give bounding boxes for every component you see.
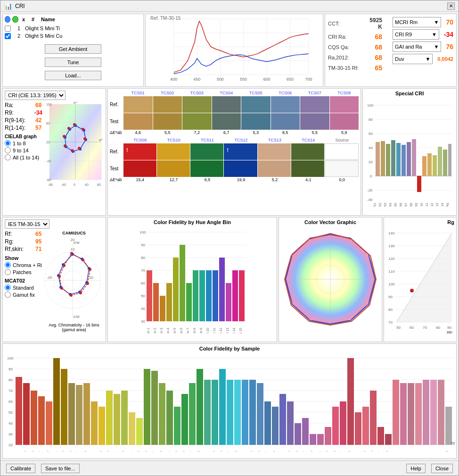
radio-9to14-input[interactable] [5, 147, 11, 153]
svg-text:R10: R10 [420, 203, 423, 207]
save-to-file-button[interactable]: Save to file... [41, 464, 80, 473]
svg-text:60: 60 [141, 281, 145, 285]
radio-gamut-input[interactable] [5, 292, 11, 298]
svg-text:CES21: CES21 [91, 451, 95, 451]
svg-rect-242 [76, 385, 82, 445]
spectrum-title: Ref. TM-30-15 [150, 16, 180, 21]
svg-rect-258 [197, 369, 203, 445]
instrument-1-checkbox[interactable] [5, 25, 11, 32]
ref-swatches-row1 [123, 96, 359, 113]
cielab-graph-label: CIELAB graph [5, 134, 42, 139]
svg-text:0: 0 [370, 174, 372, 178]
close-window-button[interactable]: ✕ [447, 2, 455, 10]
duv-dropdown[interactable]: Duv ▼ [393, 54, 433, 64]
instrument-2-checkbox[interactable] [5, 33, 11, 39]
help-button[interactable]: Help [406, 464, 426, 473]
svg-text:650: 650 [287, 77, 294, 82]
svg-rect-238 [46, 401, 52, 445]
ra2012-value: 68 [366, 54, 382, 61]
cri-r9-dropdown[interactable]: CRI R9 ▼ [393, 29, 439, 40]
test-swatch-tcs09 [123, 160, 156, 177]
radio-1to8-input[interactable] [5, 140, 11, 146]
svg-text:CES15: CES15 [69, 451, 72, 451]
svg-text:-80: -80 [48, 183, 53, 186]
instrument-1-num: 1 [14, 25, 24, 31]
svg-rect-87 [438, 147, 442, 176]
tm30-dropdown[interactable]: IES TM-30-15 [5, 219, 49, 229]
footer: Calibrate Save to file... Help Close [0, 460, 459, 476]
svg-point-131 [79, 292, 82, 294]
r9-14-row: R(9-14): 42 [5, 117, 42, 124]
svg-text:CES67: CES67 [265, 451, 268, 451]
radio-chroma-input[interactable] [5, 262, 11, 268]
svg-rect-246 [106, 391, 113, 445]
delta-tcs14: 4,1 [292, 177, 325, 182]
svg-text:100: 100 [367, 103, 374, 108]
spectrum-chart: 400 450 500 550 600 650 700 [146, 14, 323, 86]
svg-text:40: 40 [85, 183, 89, 186]
chevron-down-icon: ▼ [434, 19, 439, 25]
svg-text:CES35: CES35 [144, 451, 148, 451]
svg-text:120: 120 [388, 257, 395, 261]
close-button[interactable]: Close [431, 464, 453, 473]
svg-rect-286 [408, 383, 414, 445]
svg-text:CES83: CES83 [325, 451, 328, 451]
svg-text:0: 0 [74, 183, 75, 186]
svg-text:a*: a* [99, 138, 103, 142]
svg-text:Bin 12: Bin 12 [219, 328, 222, 334]
svg-text:CES17: CES17 [76, 451, 80, 451]
mcri-dropdown[interactable]: MCRI Rm ▼ [393, 17, 441, 27]
svg-rect-161 [206, 270, 212, 321]
radio-standard-input[interactable] [5, 284, 11, 291]
svg-text:40: 40 [8, 421, 13, 426]
cielab-chart: 100 60 20 -20 -60 -80 -40 0 40 80 a* [42, 102, 104, 192]
delta-tcs10: 12,7 [157, 177, 190, 182]
r9-14-label: R(9-14): [5, 117, 35, 124]
get-ambient-button[interactable]: Get Ambient [45, 44, 101, 54]
svg-marker-117 [59, 253, 90, 295]
svg-text:130: 130 [388, 244, 395, 248]
tune-button[interactable]: Tune [45, 58, 101, 67]
mcri-value: 70 [446, 18, 453, 26]
svg-text:100: 100 [7, 356, 14, 360]
instrument-row-1: 1 Olight S Mini Ti [5, 25, 141, 32]
tcs06-label: TCS06 [271, 91, 300, 95]
svg-rect-255 [174, 407, 180, 445]
gai-ra-dropdown[interactable]: GAI and Ra ▼ [393, 42, 441, 52]
svg-text:Bin 5: Bin 5 [173, 328, 176, 334]
delta-tcs05: 5,3 [241, 130, 270, 135]
svg-rect-78 [391, 140, 395, 176]
svg-point-52 [82, 128, 84, 131]
calibrate-button[interactable]: Calibrate [6, 464, 35, 473]
cri-left-container: Ra: 68 R9: -34 R(9-14): 42 R(1-14): [5, 102, 104, 192]
svg-point-129 [89, 268, 91, 271]
svg-rect-163 [219, 258, 225, 321]
tm30-values: Rf: 65 Rg: 95 Rf,skin: 71 Show [5, 231, 42, 332]
color-vector-panel: Color Vector Graphic [279, 217, 382, 342]
svg-text:Bin 10: Bin 10 [206, 328, 209, 334]
svg-text:Bin 4: Bin 4 [166, 328, 170, 334]
svg-text:CES41: CES41 [167, 451, 170, 451]
delta-row2: ΔE*ab 15,4 12,7 6,5 19,9 5,2 4,1 0,0 [110, 177, 359, 182]
svg-rect-265 [249, 380, 256, 445]
cri-dropdown[interactable]: CRI (CIE 13.3: 1995) [5, 91, 66, 100]
ra-row: Ra: 68 [5, 102, 42, 109]
svg-text:CES27: CES27 [114, 451, 117, 451]
svg-text:700: 700 [305, 77, 312, 82]
svg-text:Bin 8: Bin 8 [193, 328, 196, 334]
load-button[interactable]: Load... [45, 71, 101, 80]
radio-patches-label: Patches [13, 269, 32, 275]
svg-text:CES43: CES43 [174, 451, 178, 451]
svg-text:CES33: CES33 [137, 451, 140, 451]
radio-patches-input[interactable] [5, 269, 11, 275]
radio-all-input[interactable] [5, 154, 11, 160]
ref-swatch-tcs06 [271, 96, 300, 113]
svg-rect-237 [38, 396, 45, 445]
test-swatch-tcs08 [330, 113, 359, 130]
svg-rect-77 [386, 144, 390, 176]
svg-text:CES75: CES75 [295, 451, 298, 451]
svg-text:30: 30 [8, 432, 13, 436]
cqs-qa-value: 68 [366, 43, 382, 51]
svg-rect-269 [279, 394, 286, 445]
svg-rect-259 [204, 380, 211, 445]
